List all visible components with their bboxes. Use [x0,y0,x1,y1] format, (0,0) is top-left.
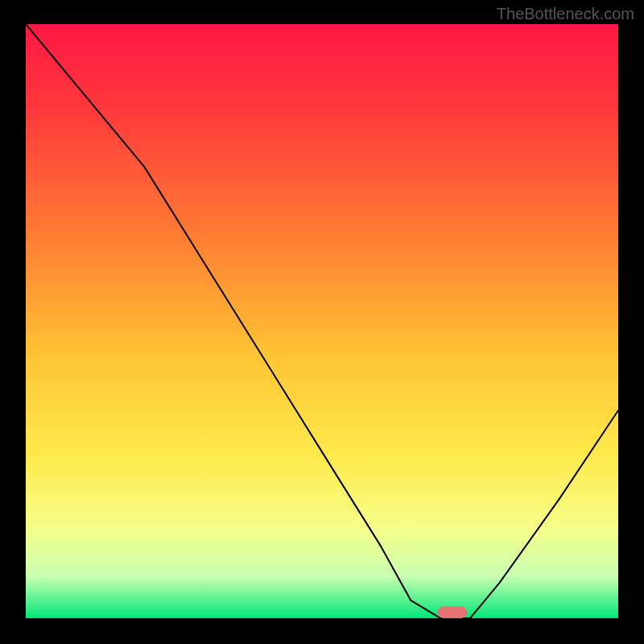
chart-background [26,24,618,618]
optimal-marker [438,606,468,618]
bottleneck-chart [26,24,618,618]
chart-plot-area [26,24,618,618]
watermark-label: TheBottleneck.com [497,5,634,23]
